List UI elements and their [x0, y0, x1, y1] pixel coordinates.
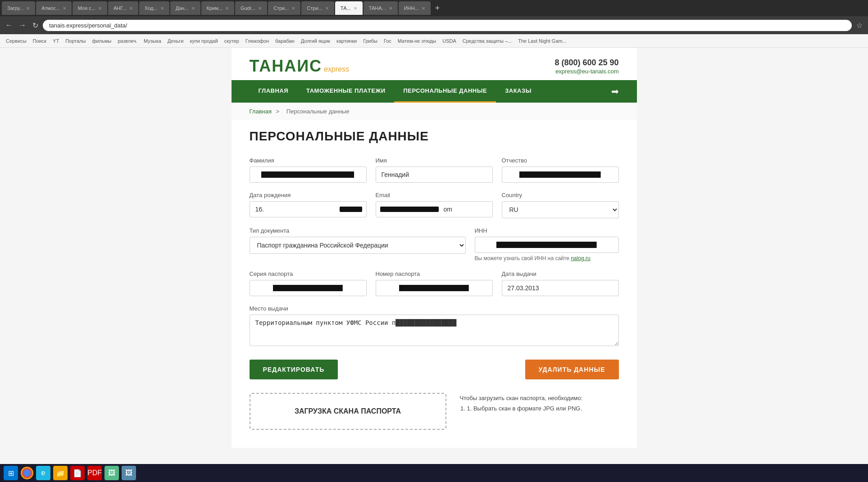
form-group-lastname: Фамилия	[250, 157, 367, 183]
bookmark-dolgy[interactable]: Долгий ящик	[299, 37, 332, 45]
bookmark-razv[interactable]: развлеч.	[115, 37, 140, 45]
bookmark-gos[interactable]: Гос	[382, 37, 394, 45]
delete-button[interactable]: УДАЛИТЬ ДАННЫЕ	[525, 360, 619, 379]
tab-atmos[interactable]: Атмос...✕	[36, 1, 71, 15]
label-middlename: Отчество	[502, 157, 619, 164]
back-button[interactable]: ←	[4, 19, 14, 31]
bookmark-serv[interactable]: Сервисы	[4, 37, 29, 45]
form-row-3: Тип документа Паспорт гражданина Российс…	[250, 227, 619, 261]
input-middlename[interactable]	[502, 167, 619, 183]
bookmark-matem[interactable]: Матем-не этюды	[395, 37, 438, 45]
contact-email[interactable]: express@eu-tanais.com	[555, 68, 618, 75]
bookmark-kartinki[interactable]: картинки	[334, 37, 359, 45]
nav-customs[interactable]: ТАМОЖЕННЫЕ ПЛАТЕЖИ	[297, 80, 394, 103]
bookmark-glyuko[interactable]: Глюкофон	[243, 37, 271, 45]
bookmark-skuter[interactable]: скутер	[222, 37, 241, 45]
input-firstname[interactable]	[376, 167, 493, 183]
address-input[interactable]	[43, 20, 852, 31]
form-group-doctype: Тип документа Паспорт гражданина Российс…	[250, 227, 466, 261]
bookmark-muzyka[interactable]: Музыка	[141, 37, 164, 45]
bookmark-portaly[interactable]: Порталы	[63, 37, 88, 45]
taskbar: ⊞ e 📁 📄 PDF 🖼 🖼	[0, 464, 868, 466]
breadcrumb-separator: >	[276, 108, 281, 115]
bookmark-griby[interactable]: Грибы	[361, 37, 380, 45]
inn-hint: Вы можете узнать свой ИНН на сайте nalog…	[475, 255, 619, 261]
upload-instructions-title: Чтобы загрузить скан паспорта, необходим…	[460, 393, 619, 403]
reload-button[interactable]: ↻	[31, 19, 40, 32]
input-lastname[interactable]	[250, 167, 367, 183]
page-title: ПЕРСОНАЛЬНЫЕ ДАННЫЕ	[250, 129, 619, 144]
label-birthdate: Дата рождения	[250, 192, 367, 198]
nav-home[interactable]: ГЛАВНАЯ	[250, 80, 298, 103]
tab-dan[interactable]: Дан...✕	[170, 1, 200, 15]
address-bar-row: ← → ↻ ☆	[0, 16, 868, 34]
bookmark-baraban[interactable]: барабан	[273, 37, 297, 45]
form-group-middlename: Отчество	[502, 157, 619, 183]
input-issueplace[interactable]: Территориальным пунктом УФМС России п███…	[250, 315, 619, 346]
edit-button[interactable]: РЕДАКТИРОВАТЬ	[250, 360, 338, 379]
nav-arrow-icon[interactable]: ➡	[611, 86, 619, 97]
forward-button[interactable]: →	[17, 19, 28, 31]
form-group-passseries: Серия паспорта	[250, 270, 367, 296]
bookmark-kupi[interactable]: купи продай	[187, 37, 220, 45]
bookmark-yt[interactable]: YT	[50, 37, 61, 45]
bookmark-filmy[interactable]: фильмы	[90, 37, 114, 45]
tab-krim[interactable]: Крим...✕	[201, 1, 234, 15]
input-passnum[interactable]	[376, 280, 493, 296]
nav-orders[interactable]: ЗАКАЗЫ	[496, 80, 541, 103]
logo-tanais: ТАНАИС	[250, 57, 323, 76]
tab-bar[interactable]: Загру...✕ Атмос...✕ Моя с...✕ АНГ...✕ Хо…	[0, 0, 868, 16]
breadcrumb-home[interactable]: Главная	[250, 108, 272, 115]
select-doctype[interactable]: Паспорт гражданина Российской Федерации …	[250, 237, 466, 254]
tab-zagru[interactable]: Загру...✕	[2, 1, 35, 15]
bookmarks-bar: Сервисы Поиск YT Порталы фильмы развлеч.…	[0, 34, 868, 48]
upload-instructions: Чтобы загрузить скан паспорта, необходим…	[460, 393, 619, 430]
upload-section: ЗАГРУЗКА СКАНА ПАСПОРТА Чтобы загрузить …	[250, 393, 619, 430]
input-issuedate[interactable]	[502, 280, 619, 296]
label-issuedate: Дата выдачи	[502, 270, 619, 277]
tab-stri1[interactable]: Стри...✕	[268, 1, 300, 15]
tab-moya[interactable]: Моя с...✕	[73, 1, 107, 15]
label-firstname: Имя	[376, 157, 493, 164]
bookmark-dengi[interactable]: Деньги	[165, 37, 186, 45]
bookmark-lastnight[interactable]: The Last Night Gam...	[516, 37, 569, 45]
label-country: Country	[502, 192, 619, 198]
upload-step1: 1. Выбрать скан в формате JPG или PNG.	[467, 403, 619, 414]
label-email: Email	[376, 192, 493, 198]
form-group-passnum: Номер паспорта	[376, 270, 493, 296]
tab-stri2[interactable]: Стри...✕	[301, 1, 334, 15]
upload-box[interactable]: ЗАГРУЗКА СКАНА ПАСПОРТА	[250, 393, 446, 430]
label-passnum: Номер паспорта	[376, 270, 493, 277]
button-row: РЕДАКТИРОВАТЬ УДАЛИТЬ ДАННЫЕ	[250, 360, 619, 379]
form-group-email: Email	[376, 192, 493, 218]
new-tab-button[interactable]: +	[432, 4, 444, 13]
contact-phone: 8 (800) 600 25 90	[554, 58, 618, 68]
tab-hod[interactable]: Ход...✕	[139, 1, 169, 15]
breadcrumb-current: Персональные данные	[286, 108, 350, 115]
bookmark-button[interactable]: ☆	[854, 19, 864, 32]
label-passseries: Серия паспорта	[250, 270, 367, 277]
inn-nalog-link[interactable]: nalog.ru	[571, 255, 590, 261]
bookmark-usda[interactable]: USDA	[440, 37, 459, 45]
breadcrumb: Главная > Персональные данные	[232, 103, 637, 120]
bookmark-sredstva[interactable]: Средства защиты –...	[460, 37, 514, 45]
main-content: ПЕРСОНАЛЬНЫЕ ДАННЫЕ Фамилия Имя Отчество…	[232, 120, 637, 448]
select-country[interactable]: RU BY KZ UA DE US	[502, 201, 619, 218]
input-inn[interactable]	[475, 237, 619, 253]
bookmark-poisk[interactable]: Поиск	[31, 37, 49, 45]
site-nav: ГЛАВНАЯ ТАМОЖЕННЫЕ ПЛАТЕЖИ ПЕРСОНАЛЬНЫЕ …	[232, 80, 637, 103]
label-lastname: Фамилия	[250, 157, 367, 164]
form-group-country: Country RU BY KZ UA DE US	[502, 192, 619, 218]
tab-tana[interactable]: ТАНА...✕	[364, 1, 398, 15]
tab-inn[interactable]: ИНН...✕	[399, 1, 431, 15]
tab-gudr[interactable]: Gudr...✕	[235, 1, 267, 15]
tab-tanais-active[interactable]: ТА...✕	[335, 1, 363, 15]
nav-personal[interactable]: ПЕРСОНАЛЬНЫЕ ДАННЫЕ	[394, 80, 496, 103]
contact-area: 8 (800) 600 25 90 express@eu-tanais.com	[554, 58, 618, 75]
input-passseries[interactable]	[250, 280, 367, 296]
label-doctype: Тип документа	[250, 227, 466, 234]
logo-area[interactable]: ТАНАИС express	[250, 57, 350, 76]
page-wrapper: ТАНАИС express 8 (800) 600 25 90 express…	[232, 48, 637, 448]
tab-ang[interactable]: АНГ...✕	[108, 1, 138, 15]
form-group-issuedate: Дата выдачи	[502, 270, 619, 296]
